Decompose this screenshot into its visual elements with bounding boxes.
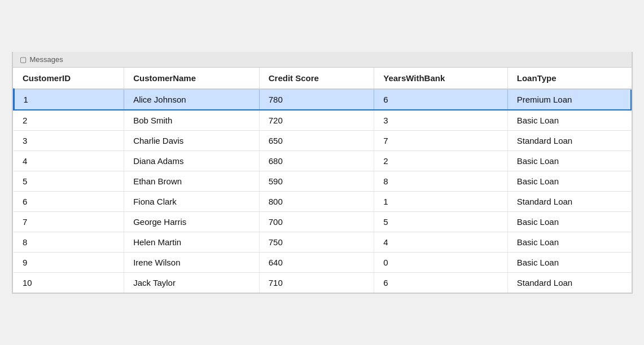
cell-creditScore: 650	[259, 130, 374, 151]
top-bar-label: Messages	[30, 55, 63, 64]
cell-customerID: 9	[14, 252, 124, 272]
cell-customerID: 3	[14, 130, 124, 151]
cell-customerName: Fiona Clark	[124, 191, 260, 211]
cell-creditScore: 750	[259, 232, 374, 252]
table-row[interactable]: 8Helen Martin7504Basic Loan	[14, 232, 631, 252]
cell-loanType: Basic Loan	[507, 171, 630, 191]
cell-yearsWithBank: 2	[374, 151, 508, 171]
table-header-row: CustomerIDCustomerNameCredit ScoreYearsW…	[14, 68, 631, 89]
col-header-yearsWithBank: YearsWithBank	[374, 68, 508, 89]
col-header-customerName: CustomerName	[124, 68, 260, 89]
table-row[interactable]: 6Fiona Clark8001Standard Loan	[14, 191, 631, 211]
cell-yearsWithBank: 7	[374, 130, 508, 151]
cell-creditScore: 800	[259, 191, 374, 211]
cell-yearsWithBank: 1	[374, 191, 508, 211]
cell-customerID: 2	[14, 110, 124, 131]
cell-customerName: Diana Adams	[124, 151, 260, 171]
cell-loanType: Basic Loan	[507, 252, 630, 272]
table-row[interactable]: 3Charlie Davis6507Standard Loan	[14, 130, 631, 151]
cell-yearsWithBank: 0	[374, 252, 508, 272]
cell-creditScore: 780	[259, 89, 374, 110]
table-row[interactable]: 5Ethan Brown5908Basic Loan	[14, 171, 631, 191]
cell-yearsWithBank: 6	[374, 272, 508, 293]
cell-creditScore: 720	[259, 110, 374, 131]
cell-loanType: Standard Loan	[507, 272, 630, 293]
data-table: CustomerIDCustomerNameCredit ScoreYearsW…	[13, 68, 632, 293]
cell-yearsWithBank: 6	[374, 89, 508, 110]
cell-customerID: 8	[14, 232, 124, 252]
cell-creditScore: 680	[259, 151, 374, 171]
table-row[interactable]: 10Jack Taylor7106Standard Loan	[14, 272, 631, 293]
cell-customerID: 7	[14, 211, 124, 232]
cell-customerName: Irene Wilson	[124, 252, 260, 272]
col-header-loanType: LoanType	[507, 68, 630, 89]
cell-customerName: Bob Smith	[124, 110, 260, 131]
cell-loanType: Basic Loan	[507, 151, 630, 171]
cell-yearsWithBank: 5	[374, 211, 508, 232]
cell-customerName: Helen Martin	[124, 232, 260, 252]
cell-yearsWithBank: 3	[374, 110, 508, 131]
table-row[interactable]: 1Alice Johnson7806Premium Loan	[14, 89, 631, 110]
cell-creditScore: 710	[259, 272, 374, 293]
table-row[interactable]: 7George Harris7005Basic Loan	[14, 211, 631, 232]
cell-customerName: Jack Taylor	[124, 272, 260, 293]
table-row[interactable]: 9Irene Wilson6400Basic Loan	[14, 252, 631, 272]
cell-creditScore: 590	[259, 171, 374, 191]
cell-yearsWithBank: 4	[374, 232, 508, 252]
col-header-customerID: CustomerID	[14, 68, 124, 89]
cell-loanType: Standard Loan	[507, 130, 630, 151]
table-row[interactable]: 4Diana Adams6802Basic Loan	[14, 151, 631, 171]
cell-creditScore: 700	[259, 211, 374, 232]
cell-customerName: Alice Johnson	[124, 89, 260, 110]
top-bar-icon: ▢	[20, 55, 27, 64]
cell-customerID: 4	[14, 151, 124, 171]
cell-customerID: 1	[14, 89, 124, 110]
cell-customerName: Charlie Davis	[124, 130, 260, 151]
cell-customerName: Ethan Brown	[124, 171, 260, 191]
table-container: ▢ Messages CustomerIDCustomerNameCredit …	[12, 52, 633, 294]
cell-loanType: Standard Loan	[507, 191, 630, 211]
cell-customerID: 10	[14, 272, 124, 293]
cell-loanType: Basic Loan	[507, 232, 630, 252]
cell-loanType: Premium Loan	[507, 89, 630, 110]
top-bar: ▢ Messages	[13, 52, 632, 68]
cell-loanType: Basic Loan	[507, 110, 630, 131]
cell-customerID: 6	[14, 191, 124, 211]
cell-creditScore: 640	[259, 252, 374, 272]
cell-yearsWithBank: 8	[374, 171, 508, 191]
cell-customerName: George Harris	[124, 211, 260, 232]
table-row[interactable]: 2Bob Smith7203Basic Loan	[14, 110, 631, 131]
cell-loanType: Basic Loan	[507, 211, 630, 232]
col-header-creditScore: Credit Score	[259, 68, 374, 89]
cell-customerID: 5	[14, 171, 124, 191]
